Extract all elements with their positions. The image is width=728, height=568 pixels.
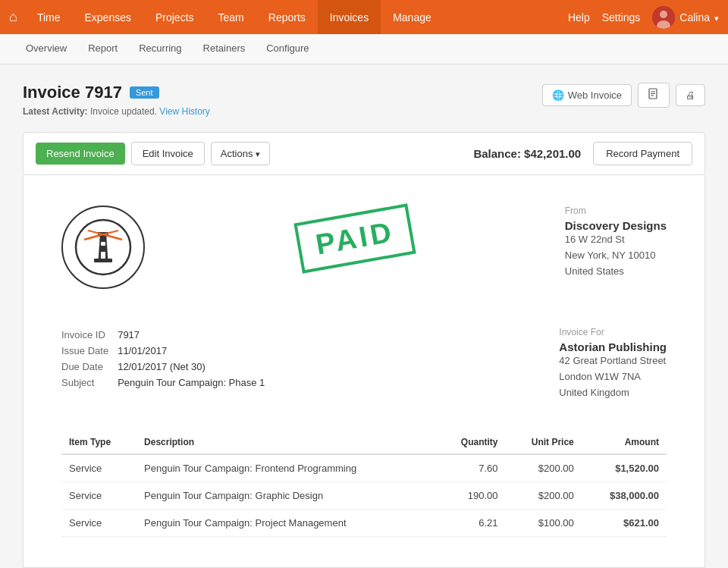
edit-invoice-button[interactable]: Edit Invoice	[131, 142, 205, 165]
settings-link[interactable]: Settings	[602, 11, 641, 24]
paid-stamp: PAID	[293, 203, 416, 273]
col-header-type: Item Type	[61, 431, 136, 454]
web-invoice-button[interactable]: 🌐 Web Invoice	[542, 84, 632, 106]
meta-row-id: Invoice ID 7917	[61, 327, 274, 343]
top-nav: ⌂ Time Expenses Projects Team Reports In…	[0, 0, 728, 34]
subnav-configure[interactable]: Configure	[256, 34, 319, 64]
invoice-meta: Invoice ID 7917 Issue Date 11/01/2017 Du…	[61, 319, 667, 400]
nav-item-expenses[interactable]: Expenses	[72, 0, 143, 34]
line-items-table: Item Type Description Quantity Unit Pric…	[61, 431, 667, 537]
meta-row-issue: Issue Date 11/01/2017	[61, 343, 274, 359]
meta-row-subject: Subject Penguin Tour Campaign: Phase 1	[61, 375, 274, 391]
nav-right: Help Settings Calina	[568, 6, 719, 29]
help-link[interactable]: Help	[568, 11, 590, 24]
table-row: Service Penguin Tour Campaign: Frontend …	[61, 454, 667, 482]
nav-item-team[interactable]: Team	[206, 0, 256, 34]
invoice-doc-header: PAID From Discovery Designs 16 W 22nd St…	[61, 206, 667, 289]
chevron-down-icon	[256, 148, 260, 159]
client-address: 42 Great Portland Street London W1W 7NA …	[559, 353, 667, 400]
svg-point-1	[660, 11, 667, 18]
invoice-header: Invoice 7917 Sent Latest Activity: Invoi…	[23, 83, 705, 117]
svg-rect-15	[101, 242, 105, 246]
nav-item-invoices[interactable]: Invoices	[318, 0, 381, 34]
client-section: Invoice For Astorian Publishing 42 Great…	[559, 327, 667, 400]
record-payment-button[interactable]: Record Payment	[593, 142, 692, 165]
main-content: Invoice 7917 Sent Latest Activity: Invoi…	[0, 64, 728, 568]
invoice-fields: Invoice ID 7917 Issue Date 11/01/2017 Du…	[61, 327, 274, 400]
resend-invoice-button[interactable]: Resend Invoice	[36, 143, 125, 165]
col-header-description: Description	[136, 431, 437, 454]
from-address: 16 W 22nd St New York, NY 10010 United S…	[565, 232, 667, 279]
invoice-actions-right: 🌐 Web Invoice 🖨	[542, 83, 705, 108]
action-bar-right: Balance: $42,201.00 Record Payment	[473, 142, 692, 165]
invoice-document: PAID From Discovery Designs 16 W 22nd St…	[23, 175, 705, 568]
view-history-link[interactable]: View History	[159, 106, 209, 117]
print-icon: 🖨	[686, 89, 695, 101]
sub-nav: Overview Report Recurring Retainers Conf…	[0, 34, 728, 64]
page-title: Invoice 7917 Sent	[23, 83, 210, 102]
latest-activity: Latest Activity: Invoice updated. View H…	[23, 106, 210, 117]
nav-item-manage[interactable]: Manage	[381, 0, 444, 34]
status-badge: Sent	[130, 86, 159, 99]
nav-item-projects[interactable]: Projects	[143, 0, 206, 34]
user-menu[interactable]: Calina	[652, 6, 719, 29]
invoice-for-label: Invoice For	[559, 327, 667, 337]
from-label: From	[565, 206, 667, 216]
subnav-report[interactable]: Report	[77, 34, 128, 64]
invoice-title-area: Invoice 7917 Sent Latest Activity: Invoi…	[23, 83, 210, 117]
meta-row-due: Due Date 12/01/2017 (Net 30)	[61, 359, 274, 375]
nav-items: Time Expenses Projects Team Reports Invo…	[25, 0, 568, 34]
table-row: Service Penguin Tour Campaign: Project M…	[61, 510, 667, 537]
subnav-retainers[interactable]: Retainers	[193, 34, 256, 64]
table-row: Service Penguin Tour Campaign: Graphic D…	[61, 482, 667, 510]
client-name: Astorian Publishing	[559, 340, 667, 353]
print-button[interactable]: 🖨	[676, 84, 705, 106]
action-bar-left: Resend Invoice Edit Invoice Actions	[36, 142, 270, 165]
pdf-icon	[648, 88, 660, 102]
from-company: Discovery Designs	[565, 219, 667, 232]
col-header-amount: Amount	[582, 431, 667, 454]
action-bar: Resend Invoice Edit Invoice Actions Bala…	[23, 132, 705, 175]
avatar	[652, 6, 675, 29]
chevron-down-icon	[714, 11, 719, 24]
subnav-overview[interactable]: Overview	[15, 34, 77, 64]
svg-rect-13	[94, 259, 112, 262]
subnav-recurring[interactable]: Recurring	[128, 34, 192, 64]
globe-icon: 🌐	[552, 89, 564, 101]
col-header-quantity: Quantity	[437, 431, 506, 454]
from-section: From Discovery Designs 16 W 22nd St New …	[565, 206, 667, 279]
home-icon[interactable]: ⌂	[9, 9, 17, 25]
actions-dropdown-button[interactable]: Actions	[211, 142, 271, 165]
svg-rect-14	[101, 252, 105, 259]
balance-display: Balance: $42,201.00	[473, 147, 581, 160]
nav-item-reports[interactable]: Reports	[256, 0, 318, 34]
pdf-button[interactable]	[638, 83, 670, 108]
company-logo	[61, 206, 145, 289]
col-header-unit-price: Unit Price	[506, 431, 582, 454]
user-name: Calina	[679, 11, 710, 24]
nav-item-time[interactable]: Time	[25, 0, 73, 34]
